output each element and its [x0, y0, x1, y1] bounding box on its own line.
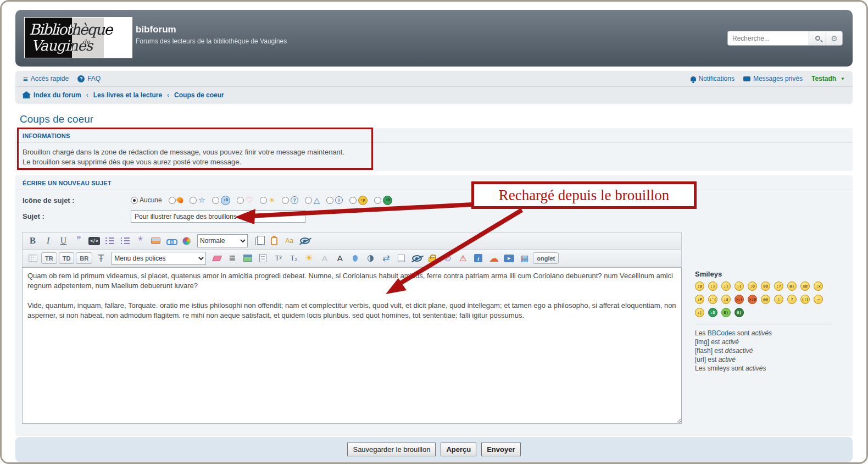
smiley-neutral[interactable]: :| [695, 308, 704, 317]
topic-icon-option-none[interactable]: Aucune [131, 196, 162, 204]
preview-button[interactable]: Aperçu [441, 443, 476, 456]
private-messages-link[interactable]: Messages privés [743, 75, 803, 82]
topic-icon-option-star[interactable]: ☆ [190, 195, 205, 205]
smiley-surprised[interactable]: :O [748, 281, 757, 291]
tab-button[interactable]: onglet [533, 252, 559, 264]
topic-icon-option-green-face[interactable]: :D [374, 196, 392, 205]
grid-blue-button[interactable]: ▦ [518, 251, 531, 265]
smiley-smile[interactable]: :) [708, 281, 717, 291]
quick-links-menu[interactable]: ≡ Accès rapide [23, 74, 69, 84]
search-button[interactable] [809, 31, 826, 46]
superscript-button[interactable]: T² [271, 251, 285, 265]
list-bullet-button[interactable] [103, 234, 116, 248]
subject-input[interactable] [131, 210, 305, 223]
list-numbered-button[interactable] [118, 234, 132, 248]
droplet-button[interactable] [348, 251, 362, 265]
info-box-button[interactable]: i [471, 251, 485, 265]
justify-button[interactable]: ≡ [225, 251, 239, 265]
smiley-twisted[interactable]: >:D [748, 295, 757, 304]
topic-icon-option-shock-face[interactable]: :O [212, 196, 230, 205]
smiley-shocked[interactable]: 8O [761, 281, 770, 291]
note-button[interactable] [256, 251, 270, 265]
search-input[interactable] [727, 31, 809, 46]
save-draft-button[interactable]: Sauvegarder le brouillon [347, 443, 436, 456]
asterisk-button[interactable]: * [133, 234, 147, 248]
smiley-ultra-geek[interactable]: 8) [735, 308, 744, 317]
smiley-very-happy[interactable]: :D [695, 281, 704, 291]
warning-button[interactable]: ⚠ [456, 251, 470, 265]
topic-icon-option-heart[interactable]: ♡ [237, 195, 253, 205]
smiley-crying[interactable]: :'( [708, 295, 717, 304]
smiley-wink[interactable]: ;) [721, 281, 731, 291]
underline-button[interactable]: U [57, 234, 70, 248]
topic-icon-option-exclaim-burst[interactable]: ☀ [260, 196, 276, 205]
cloud-button[interactable]: ☁ [487, 251, 500, 265]
topic-icon-option-warning-triangle[interactable]: △ [305, 196, 320, 205]
smiley-rolleyes[interactable]: @@ [761, 295, 770, 304]
format-select[interactable]: Normale [197, 234, 248, 247]
subscript-button[interactable]: T₂ [287, 251, 301, 265]
smiley-razz[interactable]: :P [695, 295, 704, 304]
logo-text-line2: Vaugines [31, 37, 92, 54]
table-cell-button[interactable]: TD [59, 252, 75, 264]
smiley-cool[interactable]: B) [787, 281, 797, 291]
topic-icon-option-info-circle[interactable]: i [326, 196, 343, 204]
smiley-confused[interactable]: :? [774, 281, 783, 291]
advanced-search-button[interactable]: ⚙ [826, 31, 843, 46]
smiley-exclaim[interactable]: ! [774, 295, 783, 304]
smiley-evil[interactable]: >:( [735, 295, 744, 304]
notifications-link[interactable]: Notifications [691, 75, 735, 82]
line-break-button[interactable]: BR [76, 252, 92, 264]
font-color-light-button[interactable]: A [318, 251, 331, 265]
table-grid-button[interactable] [26, 251, 40, 265]
hide-preview-button[interactable] [298, 234, 311, 248]
table-green-button[interactable] [241, 251, 254, 265]
breadcrumb-item[interactable]: Coups de coeur [174, 91, 224, 99]
text-strike-button[interactable]: Ŧ [94, 251, 108, 265]
text-case-button[interactable]: Aa [282, 234, 296, 248]
topic-icon-option-tongue-face[interactable]: :p [349, 196, 368, 205]
submit-button[interactable]: Envoyer [481, 443, 520, 456]
video-button[interactable]: ▶ [502, 251, 516, 265]
highlight-button[interactable] [210, 251, 224, 265]
faq-link[interactable]: ? FAQ [77, 75, 101, 82]
bbcodes-link[interactable]: BBCodes [708, 329, 736, 337]
smiley-laughing[interactable]: xD [800, 281, 810, 291]
sun-button[interactable]: ☀ [302, 251, 316, 265]
no-parse-button[interactable]: ⊘ [441, 251, 454, 265]
smiley-embarrassed[interactable]: :$ [721, 295, 731, 304]
lock-button[interactable] [425, 251, 439, 265]
topic-icon-option-question-circle[interactable]: ? [282, 196, 298, 204]
topic-icon-option-fire[interactable] [169, 197, 183, 204]
image-button[interactable] [149, 234, 163, 248]
smiley-question[interactable]: ? [787, 295, 797, 304]
font-color-dark-button[interactable]: A [333, 251, 347, 265]
copy-button[interactable] [252, 234, 265, 248]
page-button[interactable] [394, 251, 408, 265]
table-row-button[interactable]: TR [41, 252, 57, 264]
quote-button[interactable]: ” [72, 234, 86, 248]
droplet-half-button[interactable] [364, 251, 377, 265]
swap-arrows-button[interactable]: ⇄ [379, 251, 393, 265]
message-textarea[interactable]: Quam ob rem id primum videamus, si place… [22, 267, 682, 424]
italic-button[interactable]: I [41, 234, 55, 248]
color-wheel-button[interactable] [180, 234, 193, 248]
link-button[interactable] [164, 234, 178, 248]
font-color-dark-icon: A [337, 253, 343, 263]
smiley-geek[interactable]: 8) [721, 308, 731, 317]
smiley-mrgreen[interactable]: :D [708, 308, 717, 317]
site-logo[interactable]: Bibliothèque de Vaugines [24, 17, 132, 58]
clipboard-button[interactable] [267, 234, 281, 248]
page-title: Coups de coeur [20, 113, 93, 125]
bold-button[interactable]: B [26, 234, 40, 248]
hide-text-button[interactable] [410, 251, 424, 265]
user-menu[interactable]: Testadh ▼ [811, 75, 845, 82]
smiley-arrow[interactable]: → [814, 295, 823, 304]
smiley-idea[interactable]: (!) [800, 295, 810, 304]
smiley-mad[interactable]: :x [814, 281, 823, 291]
breadcrumb-item[interactable]: Index du forum [34, 91, 81, 99]
smiley-sad[interactable]: :( [735, 281, 744, 291]
breadcrumb-item[interactable]: Les livres et la lecture [93, 91, 162, 99]
code-button[interactable]: </> [87, 234, 101, 248]
font-select[interactable]: Menu des polices [112, 252, 206, 265]
